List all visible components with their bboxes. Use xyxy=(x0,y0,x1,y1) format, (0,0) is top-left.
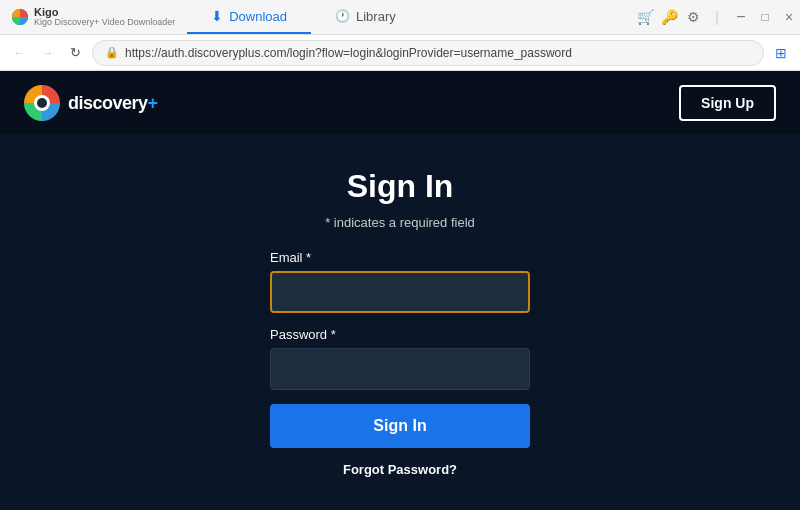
logo-text-label: discovery+ xyxy=(68,93,158,114)
app-icon xyxy=(12,9,28,25)
discovery-word: discovery xyxy=(68,93,148,113)
toolbar-icons: 🛒 🔑 ⚙ | − □ × xyxy=(634,6,800,28)
discovery-logo: discovery+ xyxy=(24,85,158,121)
forward-button[interactable]: → xyxy=(36,42,58,64)
discovery-header: discovery+ Sign Up xyxy=(0,71,800,135)
close-button[interactable]: × xyxy=(778,6,800,28)
lock-icon: 🔒 xyxy=(105,46,119,59)
app-identity: Kigo Kigo Discovery+ Video Downloader xyxy=(0,6,187,28)
url-text: https://auth.discoveryplus.com/login?flo… xyxy=(125,46,572,60)
refresh-button[interactable]: ↻ xyxy=(64,42,86,64)
email-input[interactable] xyxy=(270,271,530,313)
app-title: Kigo Kigo Discovery+ Video Downloader xyxy=(34,6,175,28)
signup-button[interactable]: Sign Up xyxy=(679,85,776,121)
logo-plus: + xyxy=(148,93,158,113)
key-icon[interactable]: 🔑 xyxy=(658,6,680,28)
tab-library[interactable]: 🕐 Library xyxy=(311,0,420,34)
email-group: Email * xyxy=(270,250,530,313)
browser-content: discovery+ Sign Up Sign In * indicates a… xyxy=(0,71,800,510)
url-field[interactable]: 🔒 https://auth.discoveryplus.com/login?f… xyxy=(92,40,764,66)
separator: | xyxy=(706,6,728,28)
tab-library-label: Library xyxy=(356,9,396,24)
app-subtitle-label: Kigo Discovery+ Video Downloader xyxy=(34,18,175,28)
address-bar: ← → ↻ 🔒 https://auth.discoveryplus.com/l… xyxy=(0,35,800,71)
signin-button[interactable]: Sign In xyxy=(270,404,530,448)
password-group: Password * xyxy=(270,327,530,390)
svg-point-3 xyxy=(37,98,47,108)
title-bar: Kigo Kigo Discovery+ Video Downloader ⬇ … xyxy=(0,0,800,35)
signin-area: Sign In * indicates a required field Ema… xyxy=(0,135,800,510)
maximize-button[interactable]: □ xyxy=(754,6,776,28)
cart-icon[interactable]: 🛒 xyxy=(634,6,656,28)
forgot-password-link[interactable]: Forgot Password? xyxy=(343,462,457,477)
tab-download-label: Download xyxy=(229,9,287,24)
back-button[interactable]: ← xyxy=(8,42,30,64)
download-icon: ⬇ xyxy=(211,8,223,24)
settings-icon[interactable]: ⚙ xyxy=(682,6,704,28)
required-note: * indicates a required field xyxy=(325,215,475,230)
discovery-logo-icon xyxy=(24,85,60,121)
minimize-button[interactable]: − xyxy=(730,6,752,28)
tab-bar: ⬇ Download 🕐 Library xyxy=(187,0,634,34)
signin-title: Sign In xyxy=(347,168,454,205)
grid-button[interactable]: ⊞ xyxy=(770,42,792,64)
password-input[interactable] xyxy=(270,348,530,390)
clock-icon: 🕐 xyxy=(335,9,350,23)
email-label: Email * xyxy=(270,250,530,265)
tab-download[interactable]: ⬇ Download xyxy=(187,0,311,34)
password-label: Password * xyxy=(270,327,530,342)
